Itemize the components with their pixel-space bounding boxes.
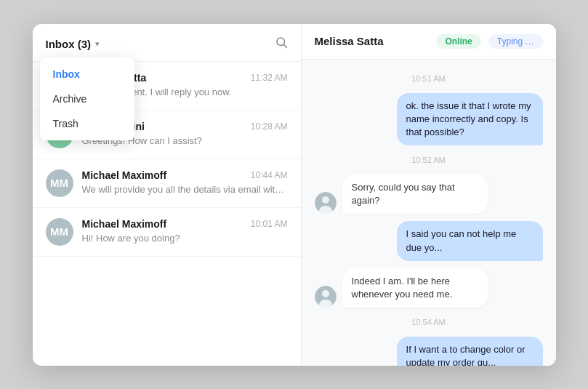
avatar: MM	[46, 169, 73, 197]
svg-point-6	[322, 290, 329, 297]
message-row: ok. the issue it that I wrote my name in…	[315, 93, 543, 146]
inbox-label: Inbox (3)	[46, 38, 92, 50]
message-row: I said you can not help me due yo...	[315, 221, 543, 260]
conversation-item-michael-2[interactable]: MM Michael Maximoff 10:01 AM Hi! How are…	[33, 208, 301, 257]
chevron-down-icon: ▾	[95, 39, 100, 49]
typing-badge: Typing …	[488, 34, 543, 49]
svg-point-3	[322, 196, 329, 204]
chat-header: Melissa Satta Online Typing …	[302, 24, 556, 60]
message-row: If I want a to change color or update my…	[315, 337, 543, 365]
right-panel: Melissa Satta Online Typing … 10:51 AM o…	[302, 24, 556, 366]
app-container: Inbox (3) ▾ Inbox Archive Trash MS	[33, 24, 556, 366]
dropdown-item-inbox[interactable]: Inbox	[40, 62, 134, 87]
message-bubble-incoming: Indeed I am. I'll be here whenever you n…	[342, 268, 488, 308]
svg-line-1	[283, 44, 286, 47]
message-bubble-outgoing: I said you can not help me due yo...	[397, 221, 543, 260]
conv-time: 11:32 AM	[251, 73, 288, 83]
conv-preview: Hi! How are you doing?	[82, 233, 288, 244]
dropdown-item-archive[interactable]: Archive	[40, 87, 134, 111]
timestamp: 10:51 AM	[315, 74, 543, 83]
message-bubble-outgoing: ok. the issue it that I wrote my name in…	[397, 93, 543, 146]
left-header: Inbox (3) ▾	[33, 24, 301, 62]
conv-preview: We will provide you all the details via …	[82, 184, 288, 195]
contact-name: Melissa Satta	[315, 35, 430, 47]
message-row: Indeed I am. I'll be here whenever you n…	[315, 268, 543, 308]
message-row: Sorry, could you say that again?	[315, 175, 543, 214]
dropdown-item-trash[interactable]: Trash	[40, 111, 134, 136]
conv-time: 10:01 AM	[251, 219, 288, 229]
inbox-selector[interactable]: Inbox (3) ▾	[46, 38, 100, 50]
conv-name: Michael Maximoff	[82, 169, 167, 181]
conversation-item-michael-1[interactable]: MM Michael Maximoff 10:44 AM We will pro…	[33, 159, 301, 208]
avatar	[315, 192, 337, 214]
conv-name: Michael Maximoff	[82, 218, 167, 230]
search-icon[interactable]	[275, 36, 288, 52]
timestamp: 10:54 AM	[315, 318, 543, 326]
avatar	[315, 286, 337, 308]
timestamp: 10:52 AM	[315, 156, 543, 164]
left-panel: Inbox (3) ▾ Inbox Archive Trash MS	[33, 24, 302, 366]
chat-body: 10:51 AM ok. the issue it that I wrote m…	[302, 60, 556, 366]
message-bubble-incoming: Sorry, could you say that again?	[342, 175, 488, 214]
inbox-dropdown: Inbox Archive Trash	[40, 57, 134, 140]
message-bubble-outgoing: If I want a to change color or update my…	[397, 337, 543, 365]
online-badge: Online	[436, 34, 480, 49]
conv-time: 10:28 AM	[251, 121, 288, 132]
avatar: MM	[46, 218, 73, 246]
conv-time: 10:44 AM	[251, 170, 288, 180]
